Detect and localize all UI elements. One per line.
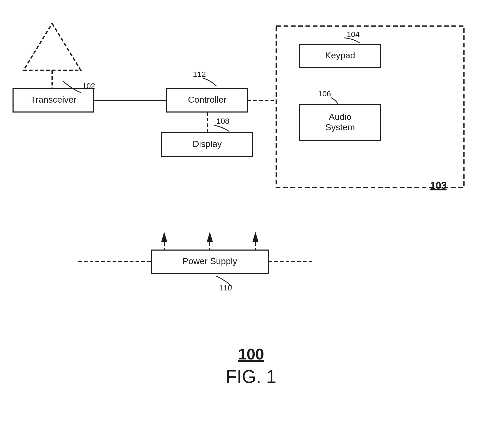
- power-arrow-left: [161, 232, 167, 250]
- controller-box: Controller: [167, 89, 248, 112]
- keypad-label: Keypad: [325, 50, 355, 60]
- audio-system-label-1: Audio: [329, 112, 352, 122]
- keypad-box: Keypad: [300, 44, 381, 68]
- svg-marker-0: [23, 23, 81, 70]
- transceiver-label: Transceiver: [30, 95, 76, 104]
- ref-104-label: 104: [347, 30, 360, 39]
- ref-112-label: 112: [193, 70, 206, 78]
- power-supply-box: Power Supply: [151, 250, 268, 273]
- power-supply-label: Power Supply: [182, 256, 237, 266]
- figure-title: FIG. 1: [226, 366, 276, 387]
- audio-system-label-2: System: [325, 122, 355, 132]
- ref-110: 110: [216, 276, 232, 292]
- power-arrow-right: [252, 232, 259, 250]
- svg-marker-13: [252, 232, 259, 242]
- svg-marker-9: [161, 232, 167, 242]
- svg-marker-11: [207, 232, 213, 242]
- figure-label-group: 100 FIG. 1: [226, 345, 276, 387]
- display-label: Display: [193, 139, 222, 149]
- display-box: Display: [162, 133, 253, 156]
- group-103-text: 103: [430, 180, 446, 191]
- ref-110-label: 110: [219, 283, 232, 292]
- ref-108-label: 108: [216, 117, 229, 125]
- ref-108: 108: [214, 117, 229, 132]
- figure-number: 100: [238, 345, 264, 363]
- group-103-label: 103: [430, 180, 446, 191]
- diagram-container: Transceiver 102 Controller 112 Display: [0, 0, 502, 448]
- transceiver-box: Transceiver: [13, 89, 94, 112]
- antenna-icon: [23, 23, 81, 89]
- controller-label: Controller: [188, 95, 226, 104]
- ref-112: 112: [193, 70, 216, 86]
- power-arrow-middle: [207, 232, 213, 250]
- ref-106-label: 106: [318, 89, 331, 98]
- audio-system-box: Audio System: [300, 104, 381, 141]
- ref-102-label: 102: [82, 82, 95, 90]
